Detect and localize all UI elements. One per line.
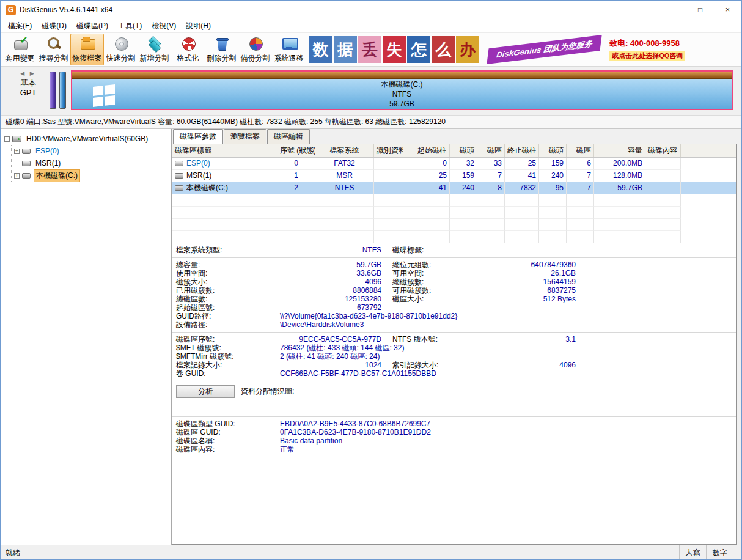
tree-children: + ESP(0) MSR(1) + 本機磁碟(C:) xyxy=(11,145,171,182)
section-analysis: 分析 資料分配情況圖: xyxy=(172,381,736,416)
partition-map-text: 本機磁碟(C:) NTFS 59.7GB xyxy=(72,79,732,109)
status-spacer xyxy=(490,545,679,559)
expand-icon[interactable]: + xyxy=(14,149,20,154)
col-start-head[interactable]: 磁頭 xyxy=(450,144,477,157)
partition-tree-panel: - HD0:VMware,VMwareVirtualS(60GB) + ESP(… xyxy=(1,129,172,545)
table-row-esp[interactable]: ESP(0) 0 FAT32 0 32 33 25 159 6 200.0MB xyxy=(172,158,736,170)
col-volume-label[interactable]: 磁碟區標籤 xyxy=(172,144,277,157)
new-partition-icon xyxy=(147,35,163,51)
app-logo-icon: G xyxy=(6,5,16,15)
menu-help[interactable]: 說明(H) xyxy=(181,20,216,32)
toolbar-quick-partition-button[interactable]: 快速分割 xyxy=(104,34,138,65)
promo-banner[interactable]: 数 据 丢 失 怎 么 办 DiskGenius 团队为您服务 致电: 400-… xyxy=(309,34,685,65)
promo-tile: 怎 xyxy=(407,36,430,63)
label-allocation-map: 資料分配情況圖: xyxy=(241,386,294,397)
statusbar: 就緒 大寫 數字 xyxy=(1,545,741,559)
promo-tile: 数 xyxy=(309,36,332,63)
collapse-icon[interactable]: - xyxy=(4,136,10,142)
tab-partition-parameters[interactable]: 磁碟區參數 xyxy=(173,129,223,144)
col-end-sector[interactable]: 磁區 xyxy=(567,144,594,157)
menu-disk[interactable]: 磁碟(D) xyxy=(37,20,72,32)
toolbar-backup-partition-button[interactable]: 備份分割 xyxy=(238,34,272,65)
minimize-button[interactable]: — xyxy=(659,1,686,19)
col-start-sector[interactable]: 磁區 xyxy=(477,144,505,157)
toolbar-new-partition-button[interactable]: 新增分割 xyxy=(138,34,171,65)
toolbar-format-button[interactable]: 格式化 xyxy=(171,34,205,65)
status-caps-indicator: 大寫 xyxy=(679,545,706,559)
table-empty-row xyxy=(172,219,736,231)
disk-nav: ◀ ▶ 基本 GPT xyxy=(7,70,50,110)
tab-sector-edit[interactable]: 磁區編輯 xyxy=(267,129,310,144)
menu-partition[interactable]: 磁碟區(P) xyxy=(72,20,113,32)
expand-icon[interactable]: + xyxy=(14,173,20,179)
table-row-msr[interactable]: MSR(1) 1 MSR 25 159 7 41 240 7 128.0MB xyxy=(172,170,736,182)
next-disk-icon[interactable]: ▶ xyxy=(30,70,36,76)
partition-details: 檔案系統類型: NTFS 磁碟標籤: 總容量:59.7GB總位元組數:64078… xyxy=(172,243,736,544)
tree-item-local-disk-c[interactable]: + 本機磁碟(C:) xyxy=(13,169,171,182)
partition-map-c[interactable]: 本機磁碟(C:) NTFS 59.7GB xyxy=(71,70,733,110)
col-end-cylinder[interactable]: 終止磁柱 xyxy=(505,144,539,157)
menu-file[interactable]: 檔案(F) xyxy=(3,20,37,32)
col-start-cylinder[interactable]: 起始磁柱 xyxy=(403,144,450,157)
col-seq-status[interactable]: 序號 (狀態) xyxy=(277,144,315,157)
tree-item-msr[interactable]: MSR(1) xyxy=(13,157,171,169)
section-ntfs: 磁碟區序號:9ECC-5AC5-CC5A-977DNTFS 版本號:3.1 $M… xyxy=(172,332,736,381)
tab-browse-files[interactable]: 瀏覽檔案 xyxy=(224,129,266,144)
recover-files-icon xyxy=(79,35,95,51)
partition-map-fs: NTFS xyxy=(72,89,732,99)
promo-phone: 致电: 400-008-9958 xyxy=(609,38,680,49)
delete-partition-icon xyxy=(214,35,230,51)
toolbar-recover-files-button[interactable]: 恢復檔案 xyxy=(70,34,104,65)
toolbar-recover-files-label: 恢復檔案 xyxy=(73,53,102,64)
promo-tile: 据 xyxy=(334,36,357,63)
col-identify[interactable]: 識別資料 xyxy=(374,144,403,157)
menu-tools[interactable]: 工具(T) xyxy=(113,20,147,32)
format-icon xyxy=(180,35,196,51)
value-device-path: \Device\HarddiskVolume3 xyxy=(280,320,364,329)
resize-grip[interactable] xyxy=(733,545,741,559)
table-empty-row xyxy=(172,231,736,243)
value-fs-type: NTFS xyxy=(280,246,381,254)
window-title: DiskGenius V5.4.6.1441 x64 xyxy=(20,6,659,14)
toolbar-apply-changes-button[interactable]: 套用變更 xyxy=(3,34,37,65)
col-end-head[interactable]: 磁頭 xyxy=(539,144,567,157)
disk-type-label: 基本 GPT xyxy=(20,78,37,98)
section-capacity: 總容量:59.7GB總位元組數:64078479360 使用空間:33.6GB可… xyxy=(172,257,736,332)
toolbar-delete-partition-button[interactable]: 刪除分割 xyxy=(205,34,238,65)
tree-item-esp[interactable]: + ESP(0) xyxy=(13,145,171,157)
partition-map-header-strip xyxy=(72,72,732,79)
table-empty-row xyxy=(172,194,736,207)
menu-view[interactable]: 檢視(V) xyxy=(147,20,181,32)
tree-item-esp-label: ESP(0) xyxy=(34,146,61,156)
promo-qq-link[interactable]: 或点击此处选择QQ咨询 xyxy=(609,51,685,61)
quick-partition-icon xyxy=(113,35,129,51)
analyze-button[interactable]: 分析 xyxy=(176,385,235,398)
tree-root-label: HD0:VMware,VMwareVirtualS(60GB) xyxy=(24,134,150,144)
window-controls: — □ × xyxy=(659,1,741,19)
label-fs-type: 檔案系統類型: xyxy=(176,246,280,254)
col-capacity[interactable]: 容量 xyxy=(594,144,645,157)
table-row-local-disk-c[interactable]: 本機磁碟(C:) 2 NTFS 41 240 8 7832 95 7 59.7G… xyxy=(172,182,736,194)
prev-disk-icon[interactable]: ◀ xyxy=(20,70,26,76)
partition-icon xyxy=(175,161,183,166)
col-filesystem[interactable]: 檔案系統 xyxy=(315,144,374,157)
partition-icon xyxy=(175,185,183,191)
tree-root-disk[interactable]: - HD0:VMware,VMwareVirtualS(60GB) xyxy=(3,133,171,145)
section-gpt: 磁碟區類型 GUID:EBD0A0A2-B9E5-4433-87C0-68B6B… xyxy=(172,416,736,457)
disk-capacity-bars xyxy=(50,70,66,110)
value-partition-name: Basic data partition xyxy=(280,437,342,445)
section-filesystem: 檔案系統類型: NTFS 磁碟標籤: xyxy=(172,243,736,257)
partition-map-name: 本機磁碟(C:) xyxy=(72,79,732,89)
promo-tile: 失 xyxy=(383,36,406,63)
value-volume-guid: CCF66BAC-F5BF-477D-BC57-C1A01155DBBD xyxy=(280,369,436,378)
close-button[interactable]: × xyxy=(714,1,741,19)
tree-item-local-disk-c-label: 本機磁碟(C:) xyxy=(34,169,80,182)
maximize-button[interactable]: □ xyxy=(686,1,714,19)
toolbar-system-migration-button[interactable]: 系統遷移 xyxy=(272,34,306,65)
toolbar-search-partition-button[interactable]: 搜尋分割 xyxy=(37,34,70,65)
partition-icon xyxy=(22,161,31,166)
detail-panel: 磁碟區參數 瀏覽檔案 磁區編輯 磁碟區標籤 序號 (狀態) 檔案系統 識別資料 … xyxy=(172,129,737,545)
table-empty-row xyxy=(172,207,736,219)
value-partition-guid: 0FA1C3BA-D623-4E7B-9180-8710B1E91DD2 xyxy=(280,428,431,437)
col-disk-content[interactable]: 磁碟內容 xyxy=(645,144,681,157)
